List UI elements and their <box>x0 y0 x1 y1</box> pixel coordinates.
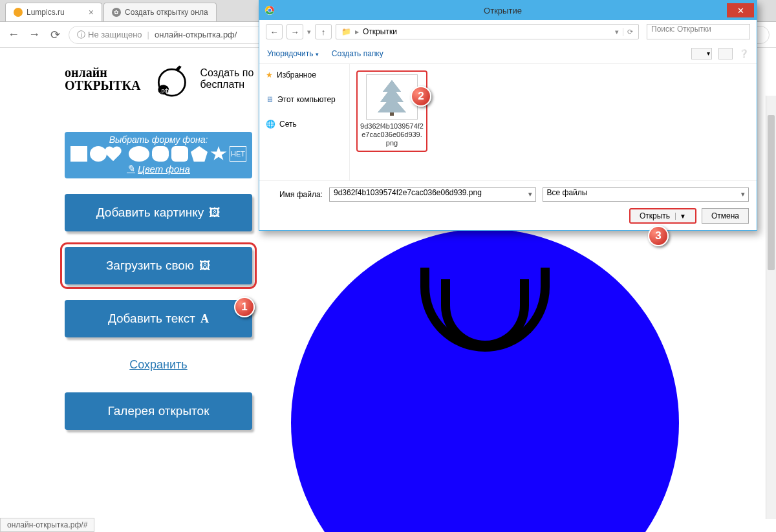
file-name-label: 9d362f4b1039574f2e7cac036e06d939.png <box>360 122 424 148</box>
sidebar: Выбрать форму фона: НЕТ ✎ Цвет фона Доба… <box>65 132 252 430</box>
gallery-button[interactable]: Галерея открыток <box>65 392 252 430</box>
tab-title: Lumpics.ru <box>27 8 65 17</box>
shape-picker-title: Выбрать форму фона: <box>70 134 247 145</box>
shape-ellipse-icon[interactable] <box>129 146 149 162</box>
dialog-forward-button[interactable]: → <box>286 24 303 39</box>
shape-square-icon[interactable] <box>70 146 87 162</box>
dialog-titlebar[interactable]: Открытие ✕ <box>259 1 757 20</box>
new-folder-button[interactable]: Создать папку <box>332 49 383 58</box>
dialog-up-button[interactable]: ↑ <box>315 24 332 39</box>
shape-none-button[interactable]: НЕТ <box>230 146 246 162</box>
annotation-badge-3: 3 <box>648 226 669 246</box>
sidebar-this-pc[interactable]: 🖥 Этот компьютер <box>262 92 347 107</box>
shape-row: НЕТ <box>70 146 247 162</box>
text-icon: A <box>200 312 209 326</box>
shape-flower-icon[interactable] <box>152 146 169 162</box>
network-icon: 🌐 <box>266 120 275 129</box>
svg-rect-8 <box>390 112 394 116</box>
organize-dropdown[interactable]: Упорядочить ▾ <box>267 49 319 58</box>
shape-star-icon[interactable] <box>210 146 227 162</box>
shape-rounded-icon[interactable] <box>171 146 188 162</box>
dialog-toolbar: Упорядочить ▾ Создать папку ▾ ❔ <box>259 43 757 64</box>
shape-heart-icon[interactable] <box>109 146 126 162</box>
upload-own-button[interactable]: Загрузить свою 🖼 <box>65 247 252 284</box>
site-logo: онлайн ОТКРЫТКА <box>65 66 141 92</box>
preview-pane-button[interactable] <box>718 48 733 59</box>
tab-close-icon[interactable]: × <box>85 7 94 17</box>
nav-back-button[interactable]: ← <box>6 28 21 42</box>
eyedropper-icon: ✎ <box>127 163 135 175</box>
browser-tab-otkrytka[interactable]: ✿ Создать открытку онла <box>103 3 217 21</box>
vertical-scrollbar[interactable] <box>766 96 776 519</box>
background-color-link[interactable]: ✎ Цвет фона <box>70 163 247 175</box>
sidebar-favorites[interactable]: ★ Избранное <box>262 68 347 82</box>
scrollbar-thumb[interactable] <box>768 115 775 270</box>
dialog-footer: Имя файла: 9d362f4b1039574f2e7cac036e06d… <box>259 180 757 230</box>
svg-text:.рф: .рф <box>160 87 169 94</box>
security-indicator: ⓘ Не защищено <box>77 29 142 41</box>
file-filter-dropdown[interactable]: Все файлы <box>543 187 749 202</box>
info-icon: ⓘ <box>77 29 85 41</box>
nav-forward-button[interactable]: → <box>27 28 41 42</box>
dialog-title: Открытие <box>279 6 727 16</box>
chrome-icon <box>264 5 275 16</box>
url-text: онлайн-открытка.рф/ <box>155 30 237 39</box>
shape-pentagon-icon[interactable] <box>191 146 208 162</box>
add-text-button[interactable]: Добавить текст A <box>65 300 252 337</box>
dialog-body: ★ Избранное 🖥 Этот компьютер 🌐 Сеть <box>259 64 757 180</box>
shape-picker-panel: Выбрать форму фона: НЕТ ✎ Цвет фона <box>65 132 252 178</box>
refresh-icon[interactable]: ⟳ <box>623 28 633 36</box>
site-logo-area: онлайн ОТКРЫТКА .рф Создать по бесплатн <box>65 61 253 97</box>
filename-input[interactable]: 9d362f4b1039574f2e7cac036e06d939.png <box>329 187 536 202</box>
chevron-down-icon[interactable]: ▾ <box>307 28 311 36</box>
chevron-down-icon[interactable]: ▾ <box>615 28 619 36</box>
svg-point-5 <box>268 8 272 12</box>
logo-graphic-icon: .рф <box>153 61 189 97</box>
dialog-nav-bar: ← → ▾ ↑ 📁 ▸ Открытки ▾ ⟳ Поиск: Открытки <box>259 20 757 43</box>
image-icon: 🖼 <box>209 206 221 220</box>
file-open-dialog: Открытие ✕ ← → ▾ ↑ 📁 ▸ Открытки ▾ ⟳ Поис… <box>259 0 757 231</box>
view-mode-button[interactable]: ▾ <box>691 48 712 59</box>
annotation-badge-2: 2 <box>411 86 431 107</box>
dialog-path-input[interactable]: 📁 ▸ Открытки ▾ ⟳ <box>336 24 639 39</box>
tree-image-icon <box>372 78 411 116</box>
file-item-selected[interactable]: 9d362f4b1039574f2e7cac036e06d939.png <box>356 70 427 152</box>
chevron-down-icon: ▾ <box>316 51 319 58</box>
add-image-button[interactable]: Добавить картинку 🖼 <box>65 194 252 231</box>
dialog-search-input[interactable]: Поиск: Открытки <box>647 24 750 39</box>
cancel-button[interactable]: Отмена <box>702 208 749 224</box>
logo-description: Создать по бесплатн <box>200 67 254 90</box>
save-link[interactable]: Сохранить <box>65 358 252 372</box>
tab-title: Создать открытку онла <box>125 8 208 17</box>
computer-icon: 🖥 <box>266 95 274 104</box>
shape-circle-icon[interactable] <box>90 146 107 162</box>
favicon-icon: ✿ <box>112 8 121 17</box>
dialog-sidebar: ★ Избранное 🖥 Этот компьютер 🌐 Сеть <box>259 64 350 180</box>
help-icon[interactable]: ❔ <box>739 49 749 58</box>
dialog-file-list[interactable]: 9d362f4b1039574f2e7cac036e06d939.png <box>350 64 757 180</box>
annotation-badge-1: 1 <box>234 297 255 317</box>
nav-reload-button[interactable]: ⟳ <box>48 28 62 42</box>
canvas-preview <box>291 229 679 532</box>
open-button[interactable]: Открыть ▼ <box>629 208 696 224</box>
dialog-close-button[interactable]: ✕ <box>727 3 754 17</box>
sidebar-network[interactable]: 🌐 Сеть <box>262 117 347 131</box>
favicon-icon <box>14 8 23 17</box>
svg-marker-7 <box>378 80 406 112</box>
status-bar: онлайн-открытка.рф/# <box>0 518 94 532</box>
folder-icon: 📁 <box>341 27 351 36</box>
browser-tab-lumpics[interactable]: Lumpics.ru × <box>5 3 102 21</box>
star-icon: ★ <box>266 70 273 80</box>
image-icon: 🖼 <box>199 259 211 273</box>
chevron-down-icon[interactable]: ▼ <box>675 213 686 220</box>
filename-label: Имя файла: <box>267 190 323 199</box>
dialog-back-button[interactable]: ← <box>266 24 283 39</box>
file-thumbnail <box>366 74 418 120</box>
